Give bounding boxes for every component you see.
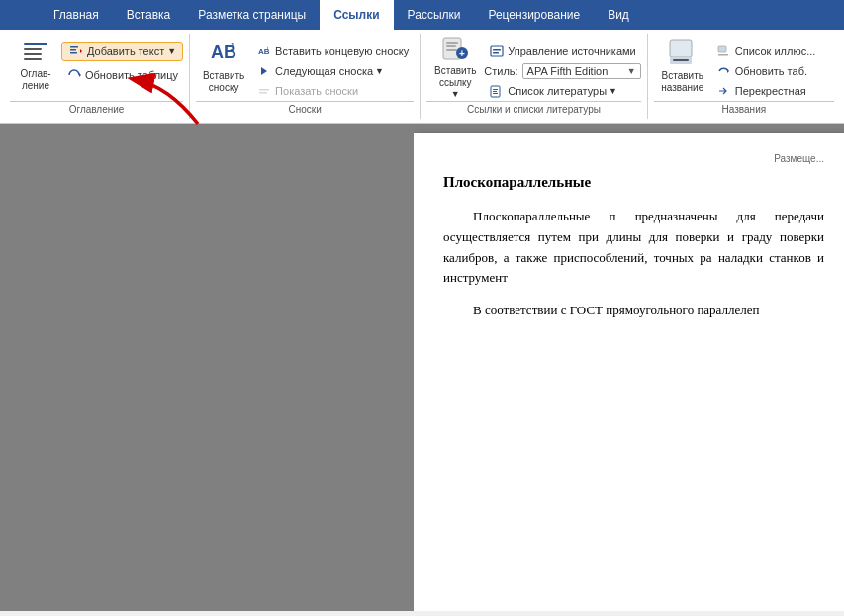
svg-rect-32 <box>718 46 726 52</box>
insert-caption-icon <box>667 37 699 68</box>
insert-citation-arrow: ▼ <box>451 89 460 99</box>
svg-rect-17 <box>446 42 458 44</box>
insert-footnote-icon: AB 1 <box>208 37 239 68</box>
svg-marker-8 <box>79 73 81 77</box>
update-toc-icon <box>66 67 82 83</box>
cross-ref-label: Перекрестная <box>735 85 806 97</box>
update-table-icon <box>716 63 732 79</box>
svg-rect-18 <box>446 45 456 47</box>
footnotes-group-label: Сноски <box>196 101 414 115</box>
ribbon-body: Оглав-ление <box>0 30 844 124</box>
svg-rect-19 <box>446 49 457 51</box>
svg-rect-33 <box>718 54 728 56</box>
document-page: Размеще... Плоскопараллельные Плоскопара… <box>414 133 844 611</box>
svg-rect-14 <box>259 89 269 91</box>
doc-title: Плоскопараллельные <box>443 174 824 191</box>
toc-icon <box>20 39 51 66</box>
style-dropdown[interactable]: APA Fifth Edition ▼ <box>522 63 641 79</box>
tab-review[interactable]: Рецензирование <box>474 0 594 30</box>
cross-ref-button[interactable]: Перекрестная <box>711 81 821 101</box>
style-value: APA Fifth Edition <box>527 65 609 77</box>
page-area: Размеще... Плоскопараллельные Плоскопара… <box>0 124 844 611</box>
bibliography-icon <box>489 83 505 99</box>
update-toc-button[interactable]: Обновить таблицу <box>61 65 183 85</box>
tab-insert[interactable]: Вставка <box>113 0 185 30</box>
update-table-label: Обновить таб. <box>735 65 807 77</box>
group-footnotes: AB 1 Вставитьсноску AB i <box>190 34 421 119</box>
insert-endnote-label: Вставить концевую сноску <box>275 45 409 57</box>
doc-paragraph-2: В соответствии с ГОСТ прямоугольного пар… <box>443 301 824 321</box>
insert-caption-label: Вставитьназвание <box>661 70 703 94</box>
svg-rect-23 <box>493 49 501 51</box>
bibliography-label: Список литературы <box>508 85 607 97</box>
bibliography-button[interactable]: Список литературы ▼ <box>484 81 640 101</box>
style-row: Стиль: APA Fifth Edition ▼ <box>484 63 640 79</box>
svg-rect-3 <box>24 58 42 60</box>
next-footnote-button[interactable]: Следующая сноска ▼ <box>251 61 414 81</box>
ribbon-wrapper: Главная Вставка Разметка страницы Ссылки… <box>0 0 844 124</box>
svg-rect-5 <box>70 49 76 51</box>
add-text-arrow: ▼ <box>167 46 176 56</box>
group-captions: Вставитьназвание Список иллюс... <box>648 34 840 119</box>
insert-endnote-icon: AB i <box>256 44 272 59</box>
style-label: Стиль: <box>484 65 517 77</box>
doc-body: Плоскопараллельные п предназначены для п… <box>443 207 824 321</box>
show-footnotes-button[interactable]: Показать сноски <box>251 81 414 101</box>
insert-citation-icon: + <box>439 32 471 63</box>
svg-rect-31 <box>673 59 689 61</box>
page-content: Размеще... Плоскопараллельные Плоскопара… <box>414 124 844 611</box>
svg-rect-0 <box>24 43 47 45</box>
svg-text:+: + <box>459 48 465 59</box>
svg-marker-13 <box>261 67 267 75</box>
tab-page-layout[interactable]: Разметка страницы <box>184 0 320 30</box>
tab-mailings[interactable]: Рассылки <box>394 0 475 30</box>
svg-rect-27 <box>493 91 497 92</box>
page-header-label: Размеще... <box>443 153 824 164</box>
svg-rect-22 <box>491 46 503 56</box>
show-footnotes-icon <box>256 83 272 99</box>
captions-group-label: Названия <box>654 101 834 115</box>
citations-group-label: Ссылки и списки литературы <box>426 101 640 115</box>
left-sidebar <box>0 124 414 611</box>
svg-rect-24 <box>493 52 499 54</box>
insert-citation-button[interactable]: + Вставитьссылку ▼ <box>426 36 484 95</box>
group-citations: + Вставитьссылку ▼ <box>421 34 647 119</box>
next-footnote-arrow: ▼ <box>375 66 384 76</box>
group-toc: Оглав-ление <box>4 34 190 119</box>
svg-rect-29 <box>670 40 692 57</box>
add-text-button[interactable]: Добавить текст ▼ <box>61 42 183 61</box>
update-toc-label: Обновить таблицу <box>85 69 178 81</box>
update-table-button[interactable]: Обновить таб. <box>711 61 821 81</box>
insert-footnote-label: Вставитьсноску <box>203 70 244 94</box>
manage-sources-label: Управление источниками <box>508 45 635 57</box>
style-dropdown-arrow: ▼ <box>627 66 636 76</box>
svg-rect-28 <box>493 93 498 94</box>
toc-label: Оглав-ление <box>20 68 50 92</box>
figure-list-button[interactable]: Список иллюс... <box>711 42 821 61</box>
svg-rect-15 <box>259 92 267 94</box>
insert-footnote-button[interactable]: AB 1 Вставитьсноску <box>196 36 251 95</box>
cross-ref-icon <box>716 83 732 99</box>
svg-text:i: i <box>267 45 268 51</box>
svg-rect-1 <box>24 48 42 50</box>
bibliography-arrow: ▼ <box>609 86 617 96</box>
insert-endnote-button[interactable]: AB i Вставить концевую сноску <box>251 42 414 61</box>
tab-bar: Главная Вставка Разметка страницы Ссылки… <box>0 0 844 30</box>
manage-sources-icon <box>489 44 505 59</box>
toc-button[interactable]: Оглав-ление <box>10 36 61 95</box>
groups-row: Оглав-ление <box>4 34 840 119</box>
svg-text:1: 1 <box>230 42 235 52</box>
show-footnotes-label: Показать сноски <box>275 85 358 97</box>
doc-paragraph-1: Плоскопараллельные п предназначены для п… <box>443 207 824 289</box>
tab-references[interactable]: Ссылки <box>320 0 393 30</box>
toc-group-label: Оглавление <box>10 101 183 115</box>
svg-rect-4 <box>70 46 78 48</box>
figure-list-label: Список иллюс... <box>735 45 816 57</box>
svg-rect-6 <box>70 52 77 54</box>
tab-view[interactable]: Вид <box>594 0 643 30</box>
svg-rect-26 <box>493 89 498 90</box>
tab-home[interactable]: Главная <box>40 0 113 30</box>
next-footnote-icon <box>256 63 272 79</box>
insert-caption-button[interactable]: Вставитьназвание <box>654 36 711 95</box>
manage-sources-button[interactable]: Управление источниками <box>484 42 640 61</box>
